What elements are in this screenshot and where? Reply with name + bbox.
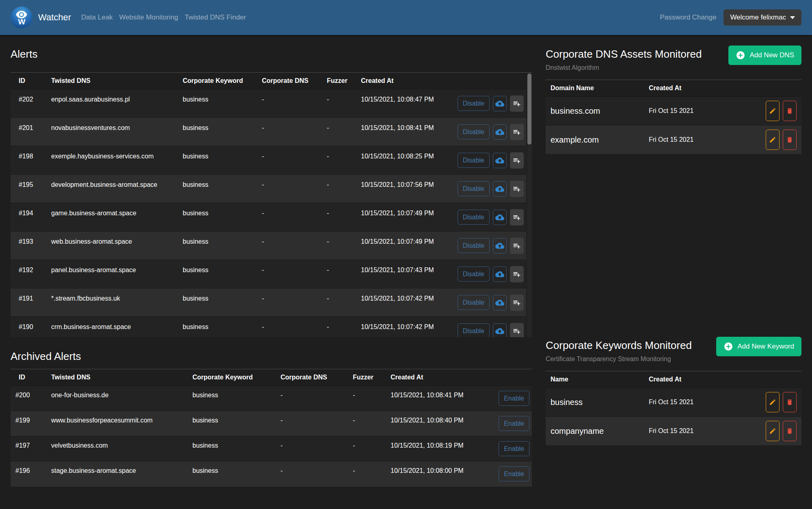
password-change-link[interactable]: Password Change [660,13,716,22]
export-misp-button[interactable] [493,295,507,310]
archived-alerts-table: ID Twisted DNS Corporate Keyword Corpora… [11,369,532,487]
alert-corporate-dns: - [257,260,322,288]
alert-row: #192 panel.business-aromat.space busines… [11,260,526,288]
export-misp-button[interactable] [493,210,507,225]
export-misp-button[interactable] [493,266,507,282]
col-header-corporate-keyword: Corporate Keyword [178,73,257,89]
add-to-list-button[interactable] [510,295,524,311]
nav-link[interactable]: Data Leak [81,13,113,22]
col-header-corporate-keyword: Corporate Keyword [188,369,276,386]
archived-alert-row: #199 www.businessforpeacesummit.com busi… [11,411,532,436]
dns-asset-row: example.com Fri Oct 15 2021 [546,126,801,154]
alert-row: #194 game.business-aromat.space business… [11,203,526,232]
edit-button[interactable] [766,130,780,150]
keyword-row: business Fri Oct 15 2021 [546,388,801,417]
edit-button[interactable] [766,101,780,121]
scrollbar-track[interactable] [527,73,532,337]
alert-actions: Disable [453,295,524,311]
add-to-list-button[interactable] [510,181,524,197]
export-misp-button[interactable] [493,181,507,197]
alert-actions: Disable [453,266,524,282]
user-menu-button[interactable]: Welcome felixmac [723,9,801,26]
alert-created-at: 10/15/2021, 10:08:19 PM [386,436,486,461]
alert-twisted-dns: game.business-aromat.space [46,203,178,232]
alert-corporate-dns: - [257,317,322,338]
cloud-upload-icon [495,241,504,250]
alert-twisted-dns: *.stream.fbcbusiness.uk [46,288,178,317]
alert-fuzzer: - [322,118,356,146]
col-header-created-at: Created At [644,80,713,97]
nav-link[interactable]: Twisted DNS Finder [185,13,246,22]
alert-fuzzer: - [322,89,356,118]
export-misp-button[interactable] [493,96,507,111]
scrollbar-thumb[interactable] [527,74,531,145]
alert-keyword: business [188,436,276,461]
delete-button[interactable] [783,130,797,150]
alert-keyword: business [178,288,257,317]
enable-button[interactable]: Enable [499,416,529,431]
alerts-scroll-container[interactable]: ID Twisted DNS Corporate Keyword Corpora… [11,72,532,337]
add-new-keyword-label: Add New Keyword [737,342,794,351]
alert-row: #190 crm.business-aromat.space business … [11,317,526,338]
alert-corporate-dns: - [257,89,322,118]
disable-button[interactable]: Disable [458,153,490,168]
export-misp-button[interactable] [493,124,507,140]
nav-link[interactable]: Website Monitoring [119,13,178,22]
enable-button[interactable]: Enable [499,441,529,456]
alert-row: #193 web.business-aromat.space business … [11,232,526,260]
archived-alert-actions: Enable [486,391,529,406]
alert-created-at: 10/15/2021, 10:08:41 PM [386,386,486,411]
dns-assets-header: Corporate DNS Assets Monitored Dnstwist … [546,45,801,71]
alert-fuzzer: - [348,461,386,487]
dns-assets-section: Corporate DNS Assets Monitored Dnstwist … [546,45,801,154]
pencil-icon [769,427,776,435]
add-to-list-button[interactable] [510,209,524,225]
keyword-actions [718,392,797,412]
archived-alert-actions: Enable [486,441,529,456]
add-to-list-button[interactable] [510,152,524,169]
col-header-corporate-dns: Corporate DNS [276,369,348,386]
add-to-list-button[interactable] [510,124,524,140]
disable-button[interactable]: Disable [458,295,490,310]
export-misp-button[interactable] [493,153,507,168]
edit-button[interactable] [766,421,780,441]
disable-button[interactable]: Disable [458,266,490,282]
alert-twisted-dns: stage.business-aromat.space [46,461,188,487]
add-to-list-button[interactable] [510,95,524,112]
add-new-dns-button[interactable]: Add New DNS [728,45,801,65]
alert-fuzzer: - [322,175,356,203]
delete-button[interactable] [783,421,797,441]
col-header-id: ID [11,73,46,89]
navbar: W Watcher Data LeakWebsite MonitoringTwi… [0,0,812,35]
alert-actions: Disable [453,323,524,337]
alert-twisted-dns: panel.business-aromat.space [46,260,178,288]
delete-button[interactable] [783,101,797,121]
archived-alert-row: #197 velvetbusiness.com business - - 10/… [11,436,532,461]
enable-button[interactable]: Enable [499,391,529,406]
disable-button[interactable]: Disable [458,323,490,337]
alert-keyword: business [188,386,276,411]
export-misp-button[interactable] [493,238,507,253]
pencil-icon [769,107,776,115]
alert-twisted-dns: web.business-aromat.space [46,232,178,260]
alert-fuzzer: - [348,386,386,411]
disable-button[interactable]: Disable [458,96,490,111]
alert-created-at: 10/15/2021, 10:07:42 PM [356,288,453,317]
delete-button[interactable] [783,392,797,412]
add-new-keyword-button[interactable]: Add New Keyword [716,337,801,356]
alert-row: #202 enpol.saas.aurabusiness.pl business… [11,89,526,118]
disable-button[interactable]: Disable [458,210,490,225]
disable-button[interactable]: Disable [458,238,490,253]
playlist-add-icon [513,327,521,335]
add-to-list-button[interactable] [510,323,524,337]
export-misp-button[interactable] [493,323,507,337]
edit-button[interactable] [766,392,780,412]
enable-button[interactable]: Enable [499,466,529,481]
col-header-actions [486,369,532,386]
alert-id: #199 [11,411,46,436]
add-to-list-button[interactable] [510,238,524,254]
disable-button[interactable]: Disable [458,181,490,196]
add-to-list-button[interactable] [510,266,524,282]
alert-keyword: business [178,317,257,338]
disable-button[interactable]: Disable [458,124,490,139]
